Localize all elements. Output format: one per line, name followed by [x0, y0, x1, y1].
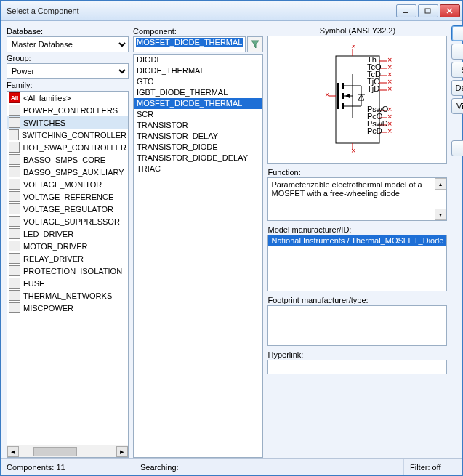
family-item[interactable]: POWER_CONTROLLERS	[7, 104, 128, 116]
function-text: Parameterizable electrothermal model of …	[271, 180, 422, 198]
svg-text:×: ×	[351, 146, 355, 154]
group-combo[interactable]: Power	[7, 63, 129, 79]
family-icon	[9, 166, 20, 177]
footprint-label: Footprint manufacturer/type:	[267, 296, 447, 304]
close-window-button[interactable]	[440, 4, 460, 17]
family-item-label: PROTECTION_ISOLATION	[23, 267, 122, 275]
family-item[interactable]: MOTOR_DRIVER	[7, 240, 128, 252]
family-icon	[9, 278, 20, 289]
scroll-down-icon[interactable]: ▾	[435, 209, 446, 220]
scroll-thumb[interactable]	[33, 447, 77, 456]
hyperlink-textbox[interactable]	[267, 360, 447, 374]
family-icon	[9, 265, 20, 276]
family-item-label: RELAY_DRIVER	[23, 254, 84, 263]
model-label: Model manufacturer/ID:	[267, 225, 447, 234]
family-list[interactable]: All<All families>POWER_CONTROLLERSSWITCH…	[7, 91, 129, 445]
family-item[interactable]: VOLTAGE_MONITOR	[7, 178, 128, 190]
status-filter: Filter: off	[404, 459, 462, 475]
component-list[interactable]: DIODEDIODE_THERMALGTOIGBT_DIODE_THERMALM…	[133, 54, 263, 458]
family-item-label: VOLTAGE_REFERENCE	[23, 193, 113, 201]
system-buttons	[396, 4, 460, 17]
family-icon	[9, 191, 20, 202]
family-icon	[9, 105, 20, 116]
family-item[interactable]: THERMAL_NETWORKS	[7, 289, 128, 302]
family-item-label: FUSE	[23, 279, 44, 288]
component-input-value: MOSFET_DIODE_THERMAL	[136, 38, 243, 47]
family-item-label: VOLTAGE_MONITOR	[23, 180, 102, 189]
right-column: Symbol (ANSI Y32.2)	[267, 25, 447, 458]
view-model-button[interactable]: View model	[451, 98, 463, 114]
family-item-label: LED_DRIVER	[23, 230, 73, 238]
search-button[interactable]: Search...	[451, 62, 463, 78]
database-combo[interactable]: Master Database	[7, 36, 129, 52]
family-icon	[9, 216, 20, 227]
scroll-left-icon[interactable]: ◂	[7, 446, 19, 457]
ok-button[interactable]: OK	[451, 25, 463, 41]
family-item[interactable]: All<All families>	[7, 92, 128, 104]
model-listbox[interactable]: National Instruments / Thermal_MOSFET_Di…	[267, 235, 447, 291]
component-item[interactable]: DIODE	[134, 55, 262, 65]
help-button[interactable]: Help	[451, 140, 463, 156]
family-icon	[9, 203, 20, 214]
family-item[interactable]: LED_DRIVER	[7, 227, 128, 240]
family-item-label: SWITCHING_CONTROLLER	[22, 131, 126, 140]
maximize-button[interactable]	[418, 4, 438, 17]
component-item[interactable]: TRANSISTOR	[134, 120, 262, 131]
family-item[interactable]: HOT_SWAP_CONTROLLER	[7, 141, 128, 153]
component-item[interactable]: SCR	[134, 109, 262, 120]
family-item[interactable]: VOLTAGE_REGULATOR	[7, 203, 128, 215]
family-item[interactable]: RELAY_DRIVER	[7, 252, 128, 265]
family-item[interactable]: FUSE	[7, 277, 128, 289]
family-item[interactable]: VOLTAGE_SUPPRESSOR	[7, 215, 128, 227]
titlebar[interactable]: Select a Component	[1, 1, 462, 21]
component-item[interactable]: TRANSISTOR_DIODE	[134, 142, 262, 153]
family-item[interactable]: PROTECTION_ISOLATION	[7, 265, 128, 277]
component-item[interactable]: TRANSISTOR_DIODE_DELAY	[134, 153, 262, 164]
svg-marker-12	[345, 94, 350, 98]
close-button[interactable]: Close	[451, 44, 463, 60]
component-filter-button[interactable]	[247, 36, 263, 52]
component-item[interactable]: TRIAC	[134, 164, 262, 174]
footprint-listbox[interactable]	[267, 305, 447, 346]
family-item-label: VOLTAGE_SUPPRESSOR	[23, 217, 120, 226]
status-components: Components: 11	[1, 459, 134, 475]
component-item[interactable]: TRANSISTOR_DELAY	[134, 131, 262, 142]
family-item-label: BASSO_SMPS_AUXILIARY	[23, 168, 124, 177]
function-label: Function:	[267, 168, 447, 177]
family-item[interactable]: SWITCHES	[7, 116, 128, 129]
family-icon	[9, 129, 19, 140]
family-hscrollbar[interactable]: ◂ ▸	[7, 445, 129, 458]
family-item[interactable]: MISCPOWER	[7, 302, 128, 314]
minimize-button[interactable]	[396, 4, 416, 17]
detail-report-button[interactable]: Detail report	[451, 80, 463, 96]
scroll-right-icon[interactable]: ▸	[116, 446, 128, 457]
family-item-label: MISCPOWER	[23, 304, 73, 312]
button-column: OK Close Search... Detail report View mo…	[451, 25, 463, 458]
component-item[interactable]: IGBT_DIODE_THERMAL	[134, 87, 262, 98]
scroll-up-icon[interactable]: ▴	[435, 178, 446, 190]
family-item[interactable]: VOLTAGE_REFERENCE	[7, 190, 128, 203]
component-input[interactable]: MOSFET_DIODE_THERMAL	[133, 36, 246, 52]
family-item[interactable]: SWITCHING_CONTROLLER	[7, 129, 128, 141]
family-item-label: BASSO_SMPS_CORE	[23, 156, 105, 164]
function-textbox: Parameterizable electrothermal model of …	[267, 177, 447, 221]
family-icon	[9, 154, 20, 165]
family-item-label: HOT_SWAP_CONTROLLER	[23, 143, 126, 152]
group-label: Group:	[7, 54, 129, 62]
family-icon	[9, 228, 20, 239]
family-item[interactable]: BASSO_SMPS_CORE	[7, 153, 128, 166]
family-icon: All	[9, 92, 20, 103]
family-icon	[9, 142, 20, 153]
family-item-label: VOLTAGE_REGULATOR	[23, 205, 113, 214]
family-item[interactable]: BASSO_SMPS_AUXILIARY	[7, 166, 128, 178]
component-item[interactable]: GTO	[134, 76, 262, 87]
left-column: Database: Master Database Group: Power F…	[7, 25, 129, 458]
model-item[interactable]: National Instruments / Thermal_MOSFET_Di…	[268, 235, 446, 246]
component-item[interactable]: MOSFET_DIODE_THERMAL	[134, 98, 262, 109]
dialog-window: Select a Component Database: Master Data…	[0, 0, 463, 476]
svg-text:×: ×	[387, 126, 392, 135]
component-item[interactable]: DIODE_THERMAL	[134, 65, 262, 76]
symbol-preview: × × × Th×TcO×TcD×TjO×TjD×PswO×PcO×PswD×P…	[267, 36, 447, 164]
family-icon	[9, 302, 20, 313]
hyperlink-label: Hyperlink:	[267, 350, 447, 359]
